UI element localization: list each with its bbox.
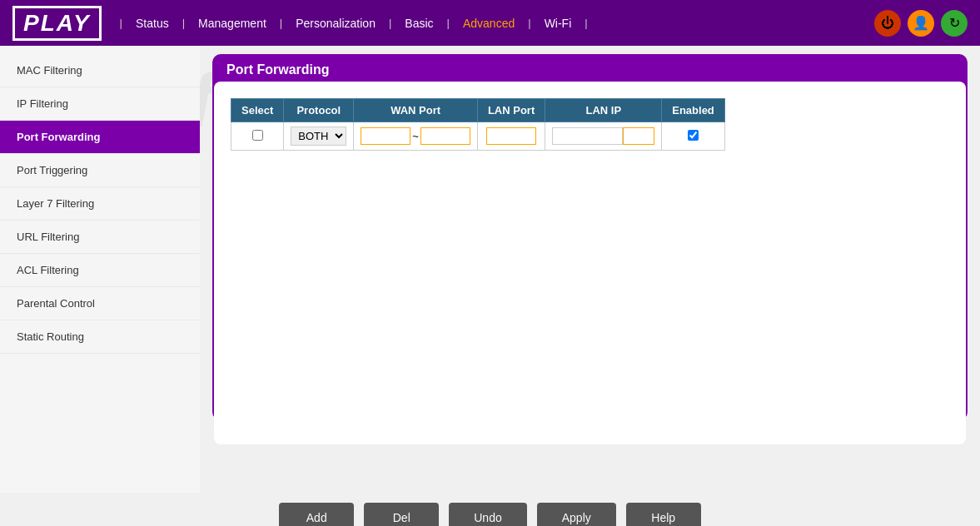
wan-port-start-input[interactable]: 10823 (361, 127, 410, 145)
sidebar-item-mac-filtering[interactable]: MAC Filtering (0, 54, 200, 87)
nav-management[interactable]: Management (187, 12, 278, 34)
nav-sep: | (280, 17, 282, 29)
row-enabled-cell (662, 122, 725, 151)
help-button[interactable]: Help (626, 503, 701, 526)
sidebar-item-ip-filtering[interactable]: IP Filtering (0, 87, 200, 121)
sidebar-item-layer7-filtering[interactable]: Layer 7 Filtering (0, 187, 200, 221)
del-button[interactable]: Del (364, 503, 439, 526)
add-button[interactable]: Add (279, 503, 354, 526)
sidebar-item-port-triggering[interactable]: Port Triggering (0, 154, 200, 187)
power-icon[interactable]: ⏻ (874, 10, 901, 37)
col-select: Select (231, 99, 284, 122)
col-wan-port: WAN Port (354, 99, 478, 122)
port-forwarding-table: Select Protocol WAN Port LAN Port LAN IP… (231, 98, 725, 151)
nav-personalization[interactable]: Personalization (284, 12, 387, 34)
nav-sep: | (182, 17, 185, 29)
row-protocol-cell: BOTH TCP UDP (284, 122, 354, 151)
nav-sep: | (447, 17, 450, 29)
col-lan-port: LAN Port (477, 99, 545, 122)
row-select-checkbox[interactable] (252, 130, 263, 141)
nav-sep: | (120, 17, 122, 29)
table-row: BOTH TCP UDP 10823 ~ 10823 (231, 122, 725, 151)
lan-port-input[interactable]: 10823 (486, 127, 536, 145)
header-icons: ⏻ 👤 ↻ (874, 10, 968, 37)
main-layout: portforward MAC Filtering IP Filtering P… (0, 46, 980, 493)
header: PLAY | Status | Management | Personaliza… (0, 0, 980, 46)
lan-ip-last-input[interactable]: 150 (623, 127, 654, 145)
nav-wifi[interactable]: Wi-Fi (533, 12, 584, 34)
row-lan-port-cell: 10823 (477, 122, 545, 151)
nav-sep: | (528, 17, 530, 29)
wan-port-end-input[interactable]: 10823 (420, 127, 470, 145)
row-select-cell (231, 122, 284, 151)
col-protocol: Protocol (284, 99, 354, 122)
sidebar: MAC Filtering IP Filtering Port Forwardi… (0, 46, 200, 493)
port-range-sep: ~ (412, 130, 419, 142)
content-panel: Port Forwarding Select Protocol WAN Port… (212, 54, 968, 420)
row-wan-port-cell: 10823 ~ 10823 (354, 122, 478, 151)
col-enabled: Enabled (662, 99, 725, 122)
sidebar-item-parental-control[interactable]: Parental Control (0, 287, 200, 320)
lan-ip-container: 192.168.1. 150 (552, 127, 654, 145)
sidebar-item-port-forwarding[interactable]: Port Forwarding (0, 121, 200, 154)
col-lan-ip: LAN IP (545, 99, 662, 122)
sidebar-item-url-filtering[interactable]: URL Filtering (0, 221, 200, 254)
row-enabled-checkbox[interactable] (688, 130, 699, 141)
wan-port-range: 10823 ~ 10823 (361, 127, 470, 145)
nav-basic[interactable]: Basic (393, 12, 445, 34)
apply-button[interactable]: Apply (537, 503, 616, 526)
undo-button[interactable]: Undo (449, 503, 526, 526)
content-area: Port Forwarding Select Protocol WAN Port… (200, 46, 980, 493)
nav-status[interactable]: Status (124, 12, 181, 34)
nav-sep: | (585, 17, 587, 29)
sidebar-item-static-routing[interactable]: Static Routing (0, 320, 200, 354)
nav-sep: | (389, 17, 391, 29)
nav-advanced[interactable]: Advanced (451, 12, 526, 34)
user-icon[interactable]: 👤 (908, 10, 934, 37)
lan-ip-prefix-input[interactable]: 192.168.1. (552, 127, 623, 145)
bottom-bar: Add Del Undo Apply Help (0, 493, 980, 526)
main-nav: | Status | Management | Personalization … (118, 12, 874, 34)
protocol-select[interactable]: BOTH TCP UDP (291, 127, 346, 146)
refresh-icon[interactable]: ↻ (941, 10, 968, 37)
panel-title: Port Forwarding (214, 56, 966, 82)
logo: PLAY (12, 6, 102, 41)
content-inner: Select Protocol WAN Port LAN Port LAN IP… (214, 82, 966, 444)
sidebar-item-acl-filtering[interactable]: ACL Filtering (0, 254, 200, 287)
row-lan-ip-cell: 192.168.1. 150 (545, 122, 662, 151)
